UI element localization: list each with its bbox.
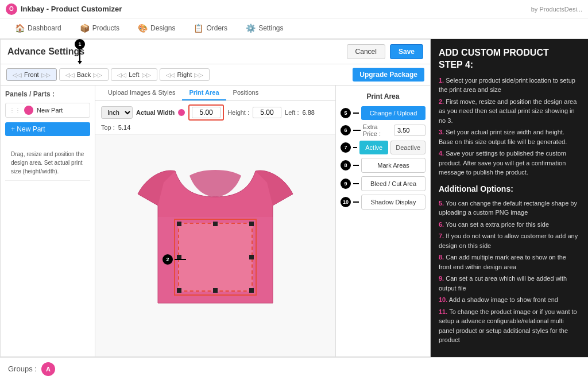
nav-tabs: 🏠 Dashboard 📦 Products 🎨 Designs 📋 Order… [0, 18, 588, 39]
shadow-display-button[interactable]: Shadow Display [361, 195, 425, 210]
design-tabs: Upload Images & Styles Print Area Positi… [95, 86, 335, 101]
cancel-button[interactable]: Cancel [347, 44, 385, 59]
side-tab-right[interactable]: ◁◁ Right ▷▷ [160, 68, 210, 81]
new-part-button[interactable]: + New Part [5, 122, 90, 136]
products-icon: 📦 [80, 24, 90, 33]
unit-select[interactable]: Inch cm mm [101, 106, 133, 119]
change-upload-button[interactable]: Change / Upload [361, 106, 425, 120]
side-tab-front[interactable]: ◁◁ Front ▷▷ [6, 68, 57, 81]
side-tab-back-label: Back [77, 71, 91, 78]
design-box[interactable] [178, 223, 253, 292]
annotation-6-row: 6 Extra Price : [341, 123, 425, 137]
right-nav-right: ▷▷ [194, 72, 203, 78]
toggle-row: Active Deactive [359, 141, 425, 154]
dashboard-icon: 🏠 [15, 24, 25, 33]
orders-icon: 📋 [194, 24, 203, 33]
bleed-cut-button[interactable]: Bleed / Cut Area [361, 176, 425, 191]
annotation-8: 8 [341, 160, 351, 170]
left-panel: Advance Settings Cancel Save ◁◁ Front ▷▷… [0, 39, 431, 357]
handle-tr[interactable] [249, 222, 254, 226]
handle-tl[interactable] [177, 222, 181, 226]
help-step-1: 1. Select your product side/print locati… [439, 76, 580, 95]
arrow-9 [353, 183, 359, 184]
app-logo: O Inkbay - Product Customizer [6, 3, 122, 15]
deactive-button[interactable]: Deactive [390, 141, 425, 154]
help-step-11: 11. To change the product image or if yo… [439, 307, 580, 345]
annotation-5-row: 5 Change / Upload [341, 106, 425, 120]
side-tab-left[interactable]: ◁◁ Left ▷▷ [111, 68, 157, 81]
upgrade-button[interactable]: Upgrade Package [353, 68, 424, 82]
part-item[interactable]: ⋮⋮ New Part [5, 103, 90, 118]
bottom-bar: Groups : A [0, 357, 588, 380]
parts-label: Panels / Parts : [5, 90, 90, 98]
tab-designs-label: Designs [150, 24, 175, 32]
tab-designs[interactable]: 🎨 Designs [129, 18, 184, 39]
annotation-2-arrow [175, 259, 186, 260]
tab-products-label: Products [92, 24, 119, 32]
side-tab-back[interactable]: ◁◁ Back ▷▷ [59, 68, 109, 81]
width-field-box [188, 104, 224, 121]
print-controls: Inch cm mm Actual Width Height : Left : … [95, 101, 335, 135]
part-color-indicator [24, 106, 33, 115]
tab-positions[interactable]: Positions [226, 86, 266, 100]
side-tab-front-label: Front [24, 71, 39, 78]
arrow-7 [353, 147, 357, 148]
back-nav-right: ▷▷ [93, 72, 102, 78]
annotation-8-row: 8 Mark Areas [341, 158, 425, 173]
help-title: ADD CUSTOM PRODUCTSTEP 4: [439, 47, 580, 71]
handle-mr[interactable] [249, 255, 254, 259]
designs-icon: 🎨 [138, 24, 148, 33]
help-additional-title: Additional Options: [439, 183, 580, 195]
tab-orders[interactable]: 📋 Orders [184, 18, 237, 39]
actual-width-label: Actual Width [136, 109, 175, 116]
shirt-container: 2 [129, 160, 301, 332]
height-label: Height : [227, 109, 249, 116]
annotation-10-row: 10 Shadow Display [341, 195, 425, 210]
handle-br[interactable] [249, 288, 254, 293]
back-nav-left: ◁◁ [65, 72, 75, 78]
front-nav-right: ▷▷ [41, 72, 51, 78]
annotation-5: 5 [341, 108, 351, 118]
arrow-8 [353, 165, 359, 166]
extra-price-row: Extra Price : [363, 123, 425, 137]
handle-bl[interactable] [177, 288, 181, 293]
group-avatar[interactable]: A [41, 362, 55, 376]
width-input[interactable] [192, 107, 220, 118]
help-steps: 1. Select your product side/print locati… [439, 76, 580, 177]
groups-label: Groups : [8, 365, 37, 373]
annotation-7: 7 [341, 142, 351, 153]
tab-products[interactable]: 📦 Products [71, 18, 129, 39]
help-step-8: 8. Can add multiple mark area to show on… [439, 253, 580, 272]
arrow-6 [353, 130, 361, 131]
main-layout: Advance Settings Cancel Save ◁◁ Front ▷▷… [0, 39, 588, 357]
top-value: 5.14 [118, 124, 130, 131]
help-step-2: 2. First move, resize and position the d… [439, 97, 580, 126]
handle-tc[interactable] [213, 222, 218, 226]
part-name-label: New Part [37, 107, 63, 114]
side-tab-left-label: Left [129, 71, 139, 78]
tab-print-area[interactable]: Print Area [182, 86, 226, 100]
product-canvas: 2 [95, 135, 335, 356]
active-button[interactable]: Active [359, 141, 388, 154]
save-button[interactable]: Save [390, 44, 423, 59]
side-tab-right-label: Right [177, 71, 192, 78]
tab-settings[interactable]: ⚙️ Settings [237, 18, 292, 39]
help-step-5: 5. You can change the default rectangle … [439, 199, 580, 218]
help-step-7: 7. If you do not want to allow customer … [439, 231, 580, 250]
tab-upload-images[interactable]: Upload Images & Styles [101, 86, 182, 100]
logo-icon: O [6, 3, 17, 15]
by-text: by ProductsDesi... [531, 6, 582, 13]
arrow-5 [353, 113, 359, 114]
help-step-10: 10. Add a shadow image to show front end [439, 295, 580, 305]
header-actions: Cancel Save [347, 44, 423, 59]
mark-areas-button[interactable]: Mark Areas [361, 158, 425, 173]
right-controls: Print Area 5 Change / Upload 6 Extra Pri… [335, 86, 430, 356]
height-input[interactable] [253, 107, 281, 118]
print-area-title: Print Area [341, 90, 425, 103]
annotation-2-group: 2 [163, 254, 186, 265]
tab-dashboard[interactable]: 🏠 Dashboard [6, 18, 71, 39]
handle-bc[interactable] [213, 288, 218, 293]
extra-price-input[interactable] [394, 125, 425, 136]
top-label: Top : [101, 124, 115, 131]
help-step-6: 6. You can set a extra price for this si… [439, 220, 580, 230]
